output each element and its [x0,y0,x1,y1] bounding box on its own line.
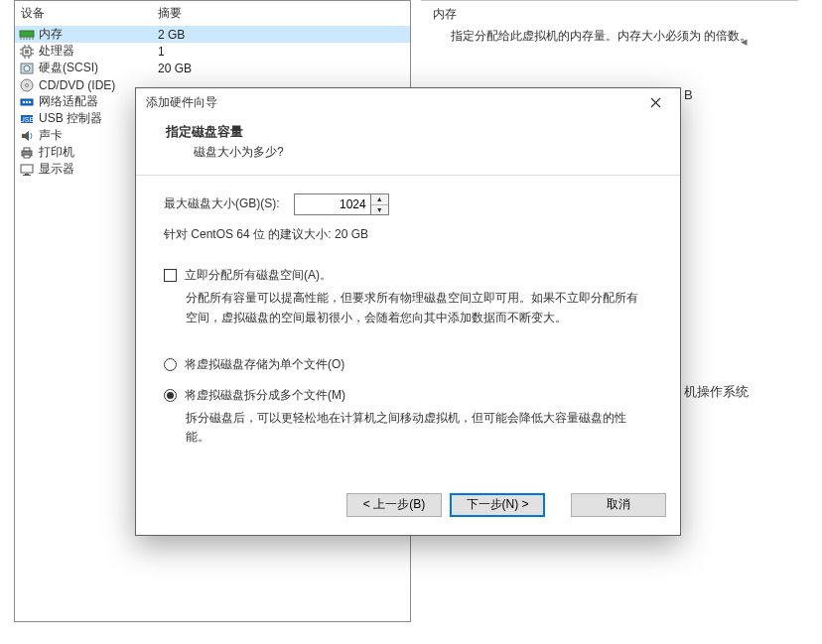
spinner-up[interactable]: ▲ [371,194,388,205]
svg-rect-16 [21,165,33,173]
allocate-now-checkbox-row[interactable]: 立即分配所有磁盘空间(A)。 [164,266,650,285]
svg-point-6 [26,83,29,86]
wizard-subheading: 磁盘大小为多少? [166,141,650,163]
close-icon [650,97,661,108]
sound-icon [19,129,35,143]
hardware-name: USB 控制器 [39,110,102,127]
max-size-spinner[interactable]: ▲ ▼ [294,193,389,215]
split-files-desc: 拆分磁盘后，可以更轻松地在计算机之间移动虚拟机，但可能会降低大容量磁盘的性能。 [164,405,640,454]
back-button[interactable]: < 上一步(B) [346,493,442,517]
hardware-summary: 1 [158,45,406,59]
allocate-now-label: 立即分配所有磁盘空间(A)。 [185,266,332,285]
recommended-size: 针对 CentOS 64 位 的建议大小: 20 GB [164,225,650,244]
hardware-name: 内存 [39,26,63,43]
svg-point-4 [24,65,30,71]
memory-body: 指定分配给此虚拟机的内存量。内存大小必须为 的倍数。 [429,25,790,46]
cancel-button[interactable]: 取消 [571,493,666,517]
collapse-arrow: ◂ [741,34,748,49]
wizard-header: 指定磁盘容量 磁盘大小为多少? [136,117,680,176]
hardware-name: 硬盘(SCSI) [39,60,98,76]
cpu-icon [19,45,35,59]
svg-rect-18 [23,175,31,176]
hardware-name: 声卡 [39,127,63,144]
dialog-titlebar: 添加硬件向导 [136,88,680,117]
clipped-text-b: B [684,87,708,102]
memory-icon [19,28,35,42]
hardware-row[interactable]: 处理器1 [15,43,410,60]
hardware-summary: 20 GB [158,62,406,75]
max-size-input[interactable] [295,194,370,214]
dialog-title: 添加硬件向导 [146,94,636,111]
display-icon [19,163,35,177]
close-button[interactable] [636,92,674,114]
hardware-name: CD/DVD (IDE) [39,78,115,92]
hardware-name: 网络适配器 [39,93,98,110]
hardware-name: 处理器 [39,43,74,60]
svg-text:USB: USB [20,116,34,123]
split-files-radio-row[interactable]: 将虚拟磁盘拆分成多个文件(M) [164,386,650,405]
disk-icon [19,62,35,75]
wizard-button-bar: < 上一步(B) 下一步(N) > 取消 [136,479,680,535]
cd-icon [19,78,35,92]
svg-rect-10 [29,101,31,103]
hardware-name: 显示器 [39,161,74,178]
wizard-body: 最大磁盘大小(GB)(S): ▲ ▼ 针对 CentOS 64 位 的建议大小:… [136,176,680,479]
max-disk-size-row: 最大磁盘大小(GB)(S): ▲ ▼ [164,193,650,215]
header-device: 设备 [15,1,152,26]
svg-rect-2 [25,50,29,54]
svg-rect-14 [24,148,30,151]
max-size-label: 最大磁盘大小(GB)(S): [164,194,280,213]
hardware-row[interactable]: 硬盘(SCSI)20 GB [15,60,410,76]
svg-rect-17 [25,174,29,175]
hardware-summary: 2 GB [158,28,406,42]
allocate-now-checkbox[interactable] [164,269,177,282]
svg-rect-8 [23,101,25,103]
hardware-header: 设备 摘要 [15,1,410,26]
spinner-down[interactable]: ▼ [371,205,388,215]
wizard-heading: 指定磁盘容量 [166,123,650,141]
printer-icon [19,146,35,160]
next-button[interactable]: 下一步(N) > [450,493,545,517]
hardware-name: 打印机 [39,144,74,161]
hardware-row[interactable]: 内存2 GB [15,26,410,43]
usb-icon: USB [19,112,35,126]
store-single-file-label: 将虚拟磁盘存储为单个文件(O) [185,355,344,374]
split-files-radio[interactable] [164,389,177,402]
split-files-label: 将虚拟磁盘拆分成多个文件(M) [185,386,345,405]
clipped-text-os: 机操作系统 [684,383,773,401]
network-icon [19,95,35,109]
svg-rect-9 [26,101,28,103]
svg-rect-0 [20,31,34,37]
allocate-now-desc: 分配所有容量可以提高性能，但要求所有物理磁盘空间立即可用。如果不立即分配所有空间… [164,285,640,348]
svg-rect-15 [24,155,30,158]
store-single-file-radio-row[interactable]: 将虚拟磁盘存储为单个文件(O) [164,355,650,374]
store-single-file-radio[interactable] [164,358,177,371]
memory-title: 内存 [429,4,790,25]
header-summary: 摘要 [152,1,188,26]
add-hardware-wizard-dialog: 添加硬件向导 指定磁盘容量 磁盘大小为多少? 最大磁盘大小(GB)(S): ▲ … [135,87,681,536]
